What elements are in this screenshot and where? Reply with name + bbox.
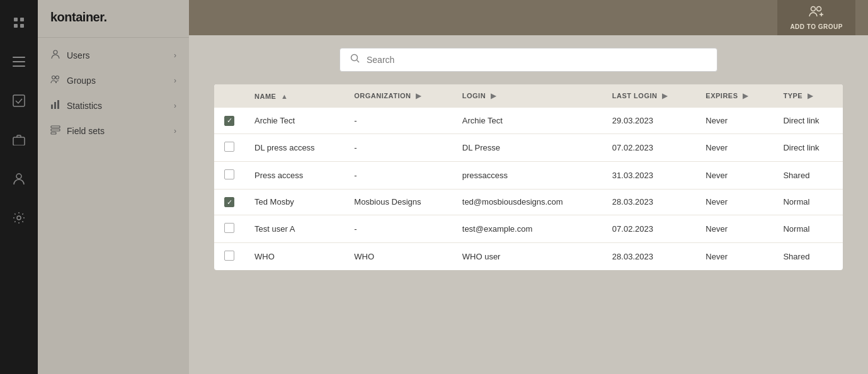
row-type: Shared [773, 243, 843, 271]
rail-list-icon[interactable] [9, 52, 29, 72]
row-name: Archie Tect [244, 108, 344, 133]
svg-rect-1 [20, 18, 24, 21]
row-last_login: 29.03.2023 [602, 108, 695, 133]
row-login: WHO user [452, 243, 602, 271]
groups-chevron: › [174, 76, 176, 85]
search-input[interactable] [367, 55, 707, 65]
users-table: NAME ▲ ORGANIZATION ▶ LOGIN ▶ LAST LOGIN… [214, 84, 843, 270]
rail-settings-icon[interactable] [9, 208, 29, 228]
row-last_login: 28.03.2023 [602, 243, 695, 271]
search-box [340, 48, 717, 72]
row-name: DL press access [244, 133, 344, 161]
svg-point-21 [817, 7, 821, 11]
svg-point-22 [351, 55, 358, 61]
rail-apps-icon[interactable] [9, 13, 29, 33]
header-checkbox-cell [214, 84, 244, 108]
svg-rect-17 [51, 126, 60, 128]
row-organization: WHO [344, 243, 452, 271]
row-login: pressaccess [452, 161, 602, 189]
add-to-group-button[interactable]: ADD TO GROUP [777, 0, 855, 35]
row-organization: - [344, 215, 452, 243]
sidebar-item-statistics[interactable]: Statistics › [38, 93, 189, 118]
sidebar-item-groups[interactable]: Groups › [38, 68, 189, 93]
row-checkbox[interactable]: ✓ [224, 197, 234, 207]
row-last_login: 28.03.2023 [602, 189, 695, 215]
row-expires: Never [695, 215, 773, 243]
add-to-group-label: ADD TO GROUP [790, 23, 843, 30]
header-login[interactable]: LOGIN ▶ [452, 84, 602, 108]
row-name: Ted Mosby [244, 189, 344, 215]
main-area: ADD TO GROUP NAME [189, 0, 868, 374]
table-row: Press access-pressaccess31.03.2023NeverS… [214, 161, 843, 189]
svg-rect-7 [13, 95, 25, 106]
svg-rect-14 [51, 105, 53, 109]
row-checkbox[interactable] [224, 169, 234, 179]
sidebar-fieldsets-label: Field sets [67, 126, 105, 136]
svg-rect-16 [57, 100, 59, 109]
svg-rect-5 [13, 61, 25, 62]
svg-rect-8 [13, 137, 25, 145]
row-checkbox-cell [214, 243, 244, 271]
row-organization: Mosbious Designs [344, 189, 452, 215]
svg-point-20 [811, 7, 816, 11]
svg-point-13 [56, 76, 59, 79]
fieldsets-chevron: › [174, 127, 176, 135]
row-type: Direct link [773, 133, 843, 161]
row-login: ted@mosbiousdesigns.com [452, 189, 602, 215]
row-login: test@example.com [452, 215, 602, 243]
header-name[interactable]: NAME ▲ [244, 84, 344, 108]
last-login-sort-icon: ▶ [662, 92, 668, 99]
sidebar-users-label: Users [67, 50, 90, 60]
row-type: Normal [773, 189, 843, 215]
row-checkbox[interactable] [224, 142, 234, 152]
table-row: Test user A-test@example.com07.02.2023Ne… [214, 215, 843, 243]
row-last_login: 07.02.2023 [602, 133, 695, 161]
header-organization[interactable]: ORGANIZATION ▶ [344, 84, 452, 108]
row-checkbox-cell [214, 215, 244, 243]
sidebar-item-fieldsets[interactable]: Field sets › [38, 118, 189, 144]
svg-rect-3 [20, 24, 24, 28]
fieldsets-nav-icon [50, 125, 60, 137]
row-last_login: 31.03.2023 [602, 161, 695, 189]
sidebar-item-users[interactable]: Users › [38, 43, 189, 68]
logo: kontainer. [38, 10, 189, 38]
svg-point-12 [52, 76, 55, 79]
name-sort-icon: ▲ [281, 93, 288, 100]
add-to-group-icon [809, 5, 824, 21]
type-sort-icon: ▶ [808, 92, 813, 99]
groups-nav-icon [50, 74, 60, 87]
svg-rect-18 [51, 129, 60, 131]
header-type[interactable]: TYPE ▶ [773, 84, 843, 108]
row-checkbox-cell [214, 133, 244, 161]
svg-rect-19 [51, 132, 56, 134]
row-checkbox[interactable]: ✓ [224, 116, 234, 126]
rail-check-icon[interactable] [9, 91, 29, 111]
svg-rect-4 [13, 57, 25, 58]
svg-point-11 [54, 50, 57, 54]
search-container [214, 48, 843, 72]
row-organization: - [344, 108, 452, 133]
logo-text: kontainer. [50, 10, 106, 24]
table-row: ✓Ted MosbyMosbious Designsted@mosbiousde… [214, 189, 843, 215]
sidebar-groups-label: Groups [67, 76, 96, 86]
svg-point-10 [17, 216, 21, 220]
users-nav-icon [50, 49, 60, 62]
statistics-chevron: › [174, 101, 176, 110]
row-checkbox[interactable] [224, 223, 234, 233]
rail-briefcase-icon[interactable] [9, 130, 29, 150]
content-area: NAME ▲ ORGANIZATION ▶ LOGIN ▶ LAST LOGIN… [189, 35, 868, 374]
row-expires: Never [695, 161, 773, 189]
row-checkbox-cell: ✓ [214, 189, 244, 215]
row-checkbox-cell: ✓ [214, 108, 244, 133]
row-login: Archie Tect [452, 108, 602, 133]
rail-person-icon[interactable] [9, 169, 29, 189]
org-sort-icon: ▶ [416, 92, 421, 99]
row-login: DL Presse [452, 133, 602, 161]
login-sort-icon: ▶ [491, 92, 496, 99]
row-type: Normal [773, 215, 843, 243]
header-expires[interactable]: EXPIRES ▶ [695, 84, 773, 108]
row-expires: Never [695, 133, 773, 161]
header-last-login[interactable]: LAST LOGIN ▶ [602, 84, 695, 108]
svg-rect-6 [13, 65, 25, 67]
row-checkbox[interactable] [224, 251, 234, 261]
